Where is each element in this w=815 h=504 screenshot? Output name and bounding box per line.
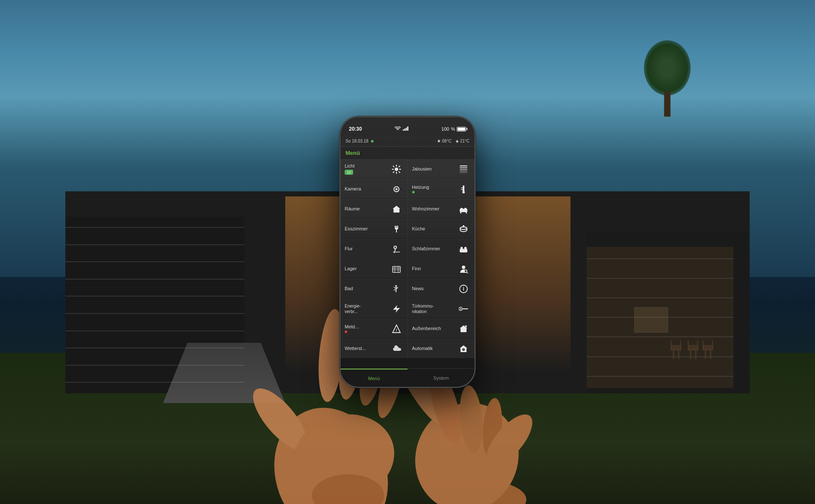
menu-item-kueche-label-group: Küche xyxy=(412,226,425,232)
menu-item-heizung-label-group: Heizung xyxy=(412,185,429,193)
menu-item-finn-label: Finn xyxy=(412,266,421,272)
info-date: So 18.03.18 xyxy=(346,139,374,143)
menu-item-licht[interactable]: Licht 12 xyxy=(340,160,408,179)
licht-icon xyxy=(390,162,403,176)
menu-item-esszimmer-label-group: Esszimmer xyxy=(345,226,368,232)
phone-screen: 20:30 xyxy=(340,117,475,387)
menu-item-kamera[interactable]: Kamera xyxy=(340,179,408,199)
menu-item-meldungen-dot xyxy=(345,330,347,333)
svg-point-51 xyxy=(394,249,396,250)
menu-item-news[interactable]: News i xyxy=(408,279,475,299)
svg-rect-49 xyxy=(463,225,464,227)
wifi-icon xyxy=(395,126,401,132)
menu-item-schlafzimmer[interactable]: Schlafzimmer xyxy=(408,239,475,259)
menu-item-aussenbereich-label-group: Außenbereich xyxy=(412,326,441,331)
kueche-icon xyxy=(457,222,470,236)
svg-rect-2 xyxy=(678,350,680,359)
svg-rect-39 xyxy=(463,185,464,191)
menu-item-lager-label-group: Lager xyxy=(345,266,357,272)
svg-rect-44 xyxy=(461,208,463,210)
menu-item-raeume[interactable]: Räume xyxy=(340,199,408,219)
menu-grid: Licht 12 xyxy=(340,160,475,358)
nav-system[interactable]: System xyxy=(408,369,475,387)
menu-item-energie[interactable]: Energie-verbr... xyxy=(340,299,408,319)
tuerkommunikation-icon xyxy=(457,302,470,316)
menu-item-finn[interactable]: Finn xyxy=(408,259,475,279)
kamera-icon xyxy=(390,182,403,196)
svg-rect-8 xyxy=(695,350,697,359)
status-center-icons xyxy=(395,126,409,132)
menu-item-esszimmer[interactable]: Esszimmer xyxy=(340,219,408,239)
lager-icon xyxy=(390,262,403,276)
status-dot xyxy=(371,140,374,143)
svg-point-38 xyxy=(395,188,397,190)
svg-rect-34 xyxy=(460,169,467,170)
svg-rect-56 xyxy=(464,247,467,249)
nav-system-label: System xyxy=(433,375,449,381)
battery-icon xyxy=(457,127,466,132)
svg-rect-18 xyxy=(403,129,404,131)
svg-point-40 xyxy=(462,191,465,193)
svg-rect-3 xyxy=(671,345,681,350)
phone-frame: 20:30 xyxy=(340,116,475,388)
svg-line-65 xyxy=(467,272,468,273)
nav-menu[interactable]: Menü xyxy=(340,369,408,387)
menu-item-kueche[interactable]: Küche xyxy=(408,219,475,239)
menu-item-heizung[interactable]: Heizung xyxy=(408,179,475,199)
svg-point-48 xyxy=(460,227,467,230)
menu-item-wetterstation-label: Wetterst... xyxy=(345,346,366,351)
svg-point-23 xyxy=(395,168,398,171)
menu-item-automatik-label-group: Automatik xyxy=(412,346,433,351)
svg-line-28 xyxy=(393,166,394,167)
svg-rect-35 xyxy=(460,171,467,171)
svg-line-31 xyxy=(399,166,399,167)
svg-rect-14 xyxy=(710,350,711,359)
bad-icon xyxy=(390,282,403,296)
menu-item-flur[interactable]: Flur xyxy=(340,239,408,259)
menu-item-bad[interactable]: Bad xyxy=(340,279,408,299)
svg-point-77 xyxy=(463,349,464,350)
menu-item-meldungen-label: Meld... xyxy=(345,324,359,330)
svg-rect-46 xyxy=(460,212,461,213)
menu-item-schlafzimmer-label: Schlafzimmer xyxy=(412,246,441,252)
app-content: Licht 12 xyxy=(340,160,475,368)
menu-item-jalousien[interactable]: Jalousien xyxy=(408,160,475,179)
menu-item-lager[interactable]: Lager xyxy=(340,259,408,279)
meldungen-icon: ! xyxy=(390,322,403,336)
menu-item-kueche-label: Küche xyxy=(412,226,425,232)
menu-item-aussenbereich[interactable]: Außenbereich xyxy=(408,319,475,339)
raeume-icon xyxy=(390,202,403,216)
status-right: 100% xyxy=(441,126,466,132)
menu-item-energie-label: Energie-verbr... xyxy=(345,303,361,314)
signal-icon xyxy=(403,126,409,132)
battery-fill xyxy=(458,128,465,131)
automatik-icon xyxy=(457,342,470,356)
svg-rect-55 xyxy=(461,247,463,249)
menu-item-wohnzimmer-label: Wohnzimmer xyxy=(412,206,440,212)
menu-item-heizung-dot xyxy=(412,191,415,193)
svg-rect-36 xyxy=(460,172,467,173)
phone-container: 20:30 xyxy=(340,116,475,388)
battery-percent-label: 100 xyxy=(441,126,449,132)
menu-item-lager-label: Lager xyxy=(345,266,357,272)
menu-item-licht-label: Licht xyxy=(345,163,354,169)
menu-item-schlafzimmer-label-group: Schlafzimmer xyxy=(412,246,441,252)
menu-item-tuerkommunikation[interactable]: Türkommu-nikation xyxy=(408,299,475,319)
esszimmer-icon xyxy=(390,222,403,236)
weather-warm: 21°C xyxy=(455,139,469,143)
svg-text:!: ! xyxy=(396,328,397,332)
svg-point-71 xyxy=(460,308,461,309)
menu-item-meldungen[interactable]: Meld... ! xyxy=(340,319,408,339)
menu-title-bar: Menü xyxy=(340,147,475,160)
menu-item-licht-badge: 12 xyxy=(345,170,353,175)
svg-rect-17 xyxy=(712,341,713,350)
svg-rect-47 xyxy=(466,212,467,213)
menu-item-automatik[interactable]: Automatik xyxy=(408,339,475,358)
menu-item-wohnzimmer[interactable]: Wohnzimmer xyxy=(408,199,475,219)
menu-item-flur-label: Flur xyxy=(345,246,353,252)
menu-item-wetterstation[interactable]: Wetterst... xyxy=(340,339,408,358)
svg-rect-72 xyxy=(462,308,468,309)
menu-item-bad-label-group: Bad xyxy=(345,286,353,291)
svg-line-29 xyxy=(399,171,399,172)
svg-rect-11 xyxy=(697,341,698,350)
